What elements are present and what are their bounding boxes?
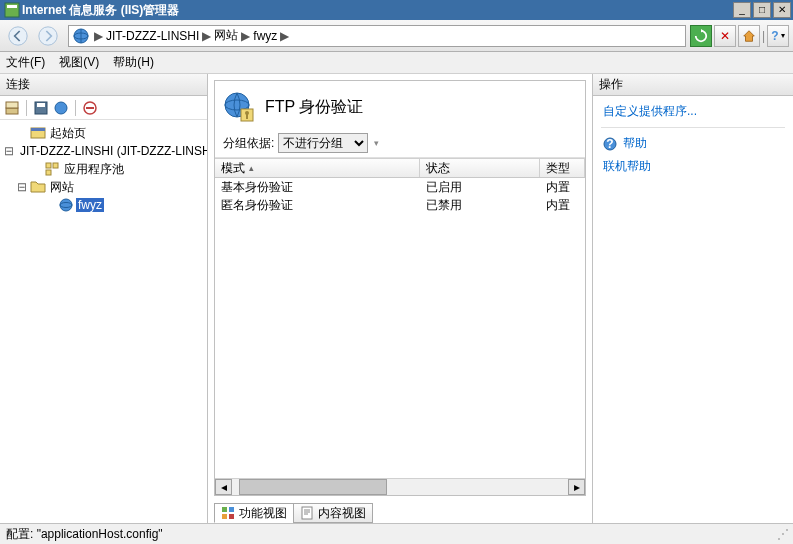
separator [75,100,76,116]
refresh-button[interactable] [690,25,712,47]
scroll-left-icon[interactable]: ◂ [215,479,232,495]
breadcrumb-fwyz[interactable]: fwyz [253,29,277,43]
view-tabs: 功能视图 内容视图 [208,501,592,523]
help-dropdown-button[interactable]: ?▾ [767,25,789,47]
svg-point-2 [9,26,27,44]
cell-mode: 匿名身份验证 [215,197,420,214]
breadcrumb-sites[interactable]: 网站 [214,27,238,44]
cell-mode: 基本身份验证 [215,179,420,196]
stop-button[interactable]: ✕ [714,25,736,47]
svg-point-19 [60,199,72,211]
connections-toolbar [0,96,207,120]
horizontal-scrollbar[interactable]: ◂ ▸ [215,478,585,495]
tab-features[interactable]: 功能视图 [214,503,294,523]
cell-status: 已禁用 [420,197,540,214]
actions-pane: 操作 自定义提供程序... ? 帮助 联机帮助 [593,74,793,523]
ftp-auth-icon [223,91,255,123]
svg-rect-25 [246,114,248,119]
home-button[interactable] [738,25,760,47]
menu-help[interactable]: 帮助(H) [113,54,154,71]
status-bar: 配置: "applicationHost.config" ⋰ [0,523,793,544]
separator: | [762,29,765,43]
page-header: FTP 身份验证 [215,81,585,129]
help-icon: ? [603,137,617,151]
chevron-right-icon: ▶ [280,29,289,43]
app-icon [4,2,20,18]
list-row[interactable]: 匿名身份验证 已禁用 内置 [215,196,585,214]
link-icon[interactable] [53,100,69,116]
window-title: Internet 信息服务 (IIS)管理器 [22,2,733,19]
breadcrumb[interactable]: ▶ JIT-DZZZ-LINSHI ▶ 网站 ▶ fwyz ▶ [68,25,686,47]
svg-rect-30 [302,507,312,519]
maximize-button[interactable]: □ [753,2,771,18]
action-online-help[interactable]: 联机帮助 [601,155,785,178]
svg-rect-18 [46,170,51,175]
svg-rect-28 [222,514,227,519]
separator [26,100,27,116]
dash-icon: ▾ [374,138,379,148]
tree-site-fwyz[interactable]: fwyz [2,196,205,214]
list-body: 基本身份验证 已启用 内置 匿名身份验证 已禁用 内置 [215,178,585,478]
connections-pane: 连接 起始页 ⊟ JIT-DZZZ-LINSHI (JIT-DZZZ-LINSH… [0,74,208,523]
cell-status: 已启用 [420,179,540,196]
resize-grip-icon[interactable]: ⋰ [777,527,787,541]
site-icon [58,197,74,213]
app-pool-icon [44,161,60,177]
back-button[interactable] [4,23,32,49]
cell-type: 内置 [540,179,585,196]
list-row[interactable]: 基本身份验证 已启用 内置 [215,178,585,196]
chevron-right-icon: ▶ [241,29,250,43]
collapse-icon[interactable]: ⊟ [16,180,28,194]
svg-rect-17 [53,163,58,168]
actions-header: 操作 [593,74,793,96]
tree-server[interactable]: ⊟ JIT-DZZZ-LINSHI (JIT-DZZZ-LINSHI\Admin… [2,142,205,160]
svg-text:?: ? [606,137,613,151]
up-icon[interactable] [82,100,98,116]
svg-rect-29 [229,514,234,519]
save-icon[interactable] [33,100,49,116]
chevron-right-icon: ▶ [94,29,103,43]
server-icon [73,28,89,44]
start-page-icon [30,125,46,141]
connections-header: 连接 [0,74,207,96]
menu-file[interactable]: 文件(F) [6,54,45,71]
forward-button[interactable] [34,23,62,49]
group-by-label: 分组依据: [223,135,274,152]
svg-rect-7 [6,102,18,108]
svg-rect-26 [222,507,227,512]
close-button[interactable]: ✕ [773,2,791,18]
tree-start-page[interactable]: 起始页 [2,124,205,142]
group-by-select[interactable]: 不进行分组 [278,133,368,153]
menu-bar: 文件(F) 视图(V) 帮助(H) [0,52,793,74]
svg-point-10 [55,102,67,114]
svg-rect-27 [229,507,234,512]
svg-point-3 [39,26,57,44]
column-status[interactable]: 状态 [420,159,540,177]
title-bar: Internet 信息服务 (IIS)管理器 _ □ ✕ [0,0,793,20]
menu-view[interactable]: 视图(V) [59,54,99,71]
action-help[interactable]: ? 帮助 [601,132,785,155]
collapse-icon[interactable]: ⊟ [4,144,14,158]
svg-rect-9 [37,103,45,107]
scroll-thumb[interactable] [239,479,387,495]
content-icon [300,506,314,520]
scroll-right-icon[interactable]: ▸ [568,479,585,495]
separator [601,127,785,128]
nav-tools: ✕ | ?▾ [690,25,789,47]
folder-icon [30,179,46,195]
tree-sites[interactable]: ⊟ 网站 [2,178,205,196]
svg-rect-6 [6,108,18,114]
group-by-row: 分组依据: 不进行分组 ▾ [215,129,585,158]
column-type[interactable]: 类型 [540,159,585,177]
connect-icon[interactable] [4,100,20,116]
sort-asc-icon: ▴ [249,163,254,173]
tab-content[interactable]: 内容视图 [293,503,373,523]
window-buttons: _ □ ✕ [733,2,791,18]
action-custom-providers[interactable]: 自定义提供程序... [601,100,785,123]
minimize-button[interactable]: _ [733,2,751,18]
chevron-right-icon: ▶ [202,29,211,43]
tree-app-pools[interactable]: 应用程序池 [2,160,205,178]
breadcrumb-server[interactable]: JIT-DZZZ-LINSHI [106,29,199,43]
list-header: 模式▴ 状态 类型 [215,158,585,178]
column-mode[interactable]: 模式▴ [215,159,420,177]
